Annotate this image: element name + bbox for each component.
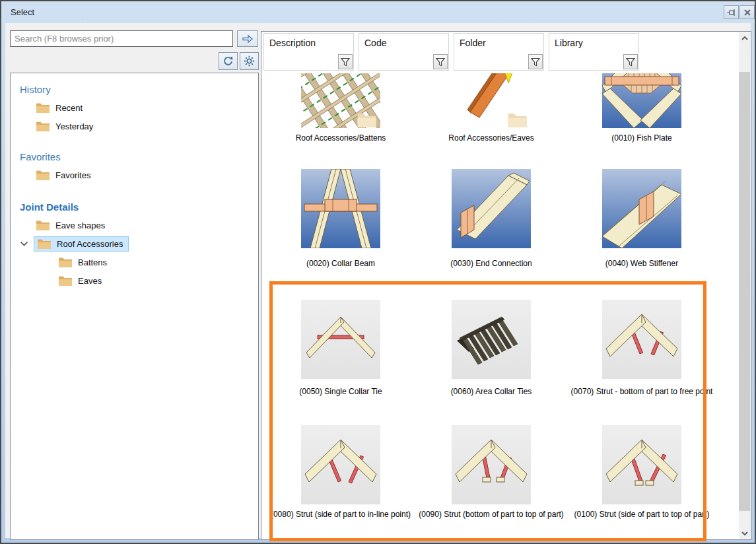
column-header-library[interactable]: Library xyxy=(549,33,639,71)
column-header-description[interactable]: Description xyxy=(263,33,354,71)
select-dialog: Select History Recent Yesterday Favorite… xyxy=(0,0,756,544)
item-caption: (0080) Strut (side of part to in-line po… xyxy=(265,510,416,520)
tree-section-favorites: Favorites xyxy=(20,151,258,162)
tree-section-joint-details: Joint Details xyxy=(20,201,258,213)
library-item-eaves-folder[interactable]: Roof Accessories/Eaves xyxy=(416,73,567,143)
window-title: Select xyxy=(11,7,34,17)
tree-item-favorites[interactable]: Favorites xyxy=(36,166,258,184)
filter-button-description[interactable] xyxy=(338,54,353,69)
results-panel: Description Code Folder Library xyxy=(261,31,751,540)
thumbnail-strut-0070 xyxy=(602,300,681,379)
filter-funnel-icon xyxy=(435,57,446,67)
pin-button[interactable] xyxy=(724,5,739,19)
item-caption: (0010) Fish Plate xyxy=(567,133,717,143)
thumbnail-battens xyxy=(301,73,380,128)
library-item-single-collar-tie[interactable]: (0050) Single Collar Tie xyxy=(265,300,416,397)
folder-icon xyxy=(58,257,72,268)
library-item-strut-0090[interactable]: (0090) Strut (bottom of part to top of p… xyxy=(416,425,567,520)
thumbnail-collar-beam xyxy=(301,169,380,248)
thumbnail-end-connection xyxy=(452,169,531,248)
library-item-strut-0100[interactable]: (0100) Strut (side of part to top of par… xyxy=(567,425,717,520)
folder-icon xyxy=(36,220,50,231)
gear-icon xyxy=(244,55,255,67)
folder-icon xyxy=(36,170,50,181)
item-caption: Roof Accessories/Battens xyxy=(265,133,416,143)
tree-item-battens[interactable]: Battens xyxy=(58,253,258,271)
column-header-code[interactable]: Code xyxy=(359,33,449,71)
pin-icon xyxy=(727,8,736,17)
grid-row-1: Roof Accessories/Battens Roof Accessorie… xyxy=(265,73,729,143)
item-caption: (0050) Single Collar Tie xyxy=(265,387,416,397)
library-item-strut-0080[interactable]: (0080) Strut (side of part to in-line po… xyxy=(265,425,416,520)
chevron-down-icon[interactable] xyxy=(20,240,28,247)
scroll-down-button[interactable] xyxy=(739,527,750,539)
search-input[interactable] xyxy=(10,30,233,47)
refresh-button[interactable] xyxy=(219,52,238,70)
thumbnail-strut-0100 xyxy=(602,425,681,504)
grid-row-4: (0080) Strut (side of part to in-line po… xyxy=(265,425,729,520)
thumbnail-single-collar-tie xyxy=(301,300,380,379)
scrollbar-thumb[interactable] xyxy=(739,72,750,511)
folder-icon xyxy=(36,102,50,114)
library-item-web-stiffener[interactable]: (0040) Web Stiffener xyxy=(567,169,717,269)
thumbnail-strut-0090 xyxy=(452,425,531,504)
library-item-collar-beam[interactable]: (0020) Collar Beam xyxy=(265,169,416,269)
close-button[interactable] xyxy=(739,5,755,19)
column-header-folder[interactable]: Folder xyxy=(454,33,544,71)
item-caption: (0090) Strut (bottom of part to top of p… xyxy=(416,510,567,520)
library-item-strut-0070[interactable]: (0070) Strut - bottom of part to free po… xyxy=(567,300,717,397)
scroll-down-icon xyxy=(741,531,748,536)
tree-section-history: History xyxy=(20,84,258,95)
tree-item-yesterday[interactable]: Yesterday xyxy=(36,117,258,135)
tree-item-recent[interactable]: Recent xyxy=(36,98,258,117)
folder-icon xyxy=(58,275,72,287)
close-icon xyxy=(743,8,752,17)
vertical-scrollbar[interactable] xyxy=(739,32,750,539)
selected-tree-item: Roof Accessories xyxy=(34,236,129,252)
item-caption: (0020) Collar Beam xyxy=(265,259,416,269)
filter-button-folder[interactable] xyxy=(528,54,543,69)
item-caption: (0070) Strut - bottom of part to free po… xyxy=(567,387,717,397)
item-caption: (0040) Web Stiffener xyxy=(567,259,717,269)
folder-tree: History Recent Yesterday Favorites Favor… xyxy=(10,73,259,540)
filter-button-code[interactable] xyxy=(433,54,448,69)
thumbnail-eaves xyxy=(452,73,531,128)
item-caption: Roof Accessories/Eaves xyxy=(416,133,567,143)
refresh-icon xyxy=(223,55,234,67)
thumbnail-fish-plate xyxy=(602,73,681,128)
filter-button-library[interactable] xyxy=(623,54,638,69)
thumbnail-strut-0080 xyxy=(301,425,380,504)
tree-item-eaves[interactable]: Eaves xyxy=(58,271,258,290)
library-item-end-connection[interactable]: (0030) End Connection xyxy=(416,169,567,269)
filter-funnel-icon xyxy=(530,57,541,67)
column-headers: Description Code Folder Library xyxy=(263,33,639,71)
tree-item-roof-accessories[interactable]: Roof Accessories xyxy=(20,234,258,253)
library-item-fish-plate[interactable]: (0010) Fish Plate xyxy=(567,73,717,143)
folder-overlay-icon xyxy=(507,112,527,128)
grid-row-3: (0050) Single Collar Tie xyxy=(265,300,729,397)
library-item-battens-folder[interactable]: Roof Accessories/Battens xyxy=(265,73,416,143)
grid-row-2: (0020) Collar Beam (0030) End Connection xyxy=(265,169,729,269)
folder-icon xyxy=(36,121,50,132)
thumbnail-area-collar-ties xyxy=(452,300,531,379)
item-caption: (0030) End Connection xyxy=(416,259,567,269)
scroll-up-button[interactable] xyxy=(739,32,750,44)
folder-icon xyxy=(37,238,51,250)
go-arrow-icon xyxy=(241,34,254,44)
folder-overlay-icon xyxy=(357,112,376,128)
filter-funnel-icon xyxy=(340,57,351,67)
scroll-up-icon xyxy=(741,36,748,41)
library-item-area-collar-ties[interactable]: (0060) Area Collar Ties xyxy=(416,300,567,397)
settings-button[interactable] xyxy=(240,52,259,70)
titlebar: Select xyxy=(1,1,755,24)
item-caption: (0060) Area Collar Ties xyxy=(416,387,567,397)
tree-item-eave-shapes[interactable]: Eave shapes xyxy=(36,216,258,234)
item-caption: (0100) Strut (side of part to top of par… xyxy=(567,510,717,520)
filter-funnel-icon xyxy=(625,57,636,67)
thumbnail-web-stiffener xyxy=(602,169,681,248)
search-go-button[interactable] xyxy=(237,30,258,47)
